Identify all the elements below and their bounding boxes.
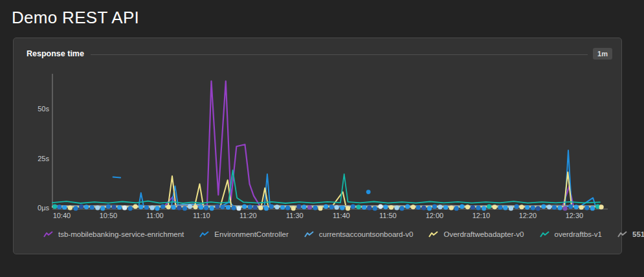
baseline-dot [155,206,159,210]
baseline-dot [226,205,230,210]
chart-legend: tsb-mobilebanking-service-enrichmentEnvi… [43,230,615,238]
baseline-dot [432,205,437,209]
baseline-dot [210,206,214,210]
baseline-dot [351,205,355,209]
baseline-dot [562,206,567,210]
baseline-dot [68,206,72,210]
baseline-dot [416,205,421,210]
baseline-dot [139,205,143,209]
baseline-dot [62,205,67,210]
baseline-dot [144,205,149,210]
baseline-dot [215,205,219,209]
baseline-dot [531,206,535,210]
baseline-dot [57,205,61,209]
baseline-dot [399,206,404,210]
baseline-dot [193,205,197,209]
baseline-dot [307,205,312,210]
legend-line-icon [43,230,54,238]
x-tick-label: 10:50 [100,212,118,219]
baseline-dot [411,205,416,209]
baseline-dot [84,205,89,209]
baseline-dot [547,205,551,209]
baseline-dot [52,205,57,209]
legend-label: EnvironmentController [214,230,288,238]
y-tick-label: 50s [38,105,49,113]
baseline-dot [557,206,562,210]
baseline-dot [90,205,94,210]
baseline-dot [443,205,448,210]
series-line [52,170,600,203]
legend-line-icon [540,230,550,238]
baseline-dot [383,205,388,209]
baseline-dot [421,206,426,210]
baseline-dot [269,205,274,209]
baseline-dot [482,206,486,210]
baseline-dot [242,205,247,209]
legend-line-icon [304,230,315,238]
baseline-dot [150,206,154,210]
baseline-dot [100,206,105,210]
baseline-dot [199,205,203,210]
response-time-chart[interactable]: 0μs25s50s10:4010:5011:0011:1011:2011:301… [14,38,623,255]
baseline-dot [258,206,263,210]
legend-item[interactable]: EnvironmentController [199,230,288,238]
baseline-dot [346,206,350,210]
baseline-dot [599,205,604,209]
baseline-dot [248,205,252,209]
legend-item[interactable]: currentsaccountsonboard-v0 [304,230,414,238]
baseline-dot [362,205,366,210]
baseline-dot [296,205,301,209]
y-tick-label: 25s [38,155,49,162]
x-tick-label: 12:10 [472,212,491,219]
response-time-tile: Response time 1m 0μs25s50s10:4010:5011:0… [13,38,622,254]
baseline-dot [405,205,410,209]
baseline-dot [340,206,344,210]
baseline-dot [161,205,165,209]
baseline-dot [318,206,322,210]
baseline-dot [313,206,317,210]
baseline-dot [264,206,269,210]
baseline-dot [236,206,241,210]
baseline-dot [356,205,361,209]
x-tick-label: 12:20 [519,212,537,219]
series-line [52,81,595,206]
series-point [366,190,371,194]
baseline-dot [285,206,290,210]
legend-item[interactable]: 551 more [617,230,644,238]
baseline-dot [525,205,529,210]
baseline-dot [177,206,181,210]
page-title: Demo REST API [12,8,139,28]
baseline-dot [166,205,171,209]
x-tick-label: 11:50 [379,212,397,219]
baseline-dot [427,206,432,210]
baseline-dot [519,205,524,209]
baseline-dot [274,205,279,209]
baseline-dot [487,205,491,209]
x-tick-label: 11:10 [193,212,210,219]
baseline-dot [378,205,383,209]
baseline-dot [460,205,464,209]
baseline-dot [220,205,225,209]
baseline-dot [536,206,540,210]
legend-item[interactable]: overdraftbs-v1 [540,230,603,238]
baseline-dot [503,206,507,210]
baseline-dot [449,206,454,210]
legend-line-icon [617,230,628,238]
baseline-dot [128,206,133,210]
baseline-dot [329,205,334,209]
baseline-dot [79,205,83,209]
baseline-dot [302,205,306,209]
baseline-dot [291,206,296,210]
legend-label: 551 more [632,230,644,238]
baseline-dot [394,206,399,210]
legend-item[interactable]: tsb-mobilebanking-service-enrichment [43,230,184,238]
x-tick-label: 12:00 [426,212,444,219]
baseline-dot [476,206,480,210]
baseline-dot [373,206,377,210]
baseline-dot [471,205,475,210]
baseline-dot [106,205,111,209]
baseline-dot [493,205,497,209]
legend-item[interactable]: Overdraftwebadapter-v0 [428,230,524,238]
baseline-dot [574,205,579,209]
baseline-dot [568,205,573,209]
